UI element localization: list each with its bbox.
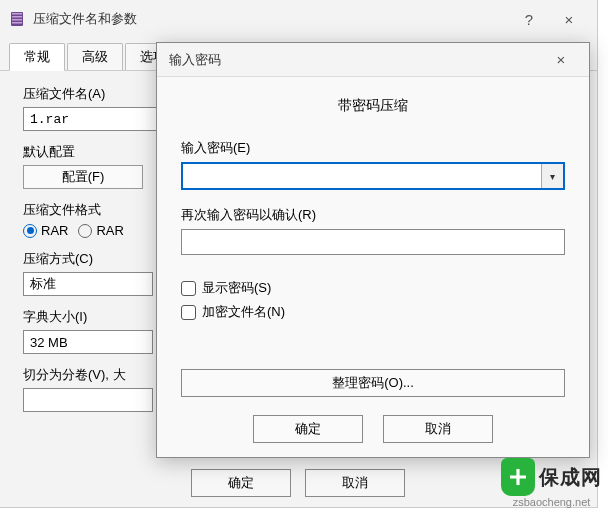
format-rar-label: RAR (41, 223, 68, 238)
help-button[interactable]: ? (509, 4, 549, 34)
format-rar4-label: RAR (96, 223, 123, 238)
checkbox-icon (181, 281, 196, 296)
app-icon (9, 11, 25, 27)
format-label: 压缩文件格式 (23, 202, 101, 217)
watermark-brand: 保成网 (539, 464, 602, 491)
close-button[interactable]: × (549, 4, 589, 34)
tab-general[interactable]: 常规 (9, 43, 65, 71)
modal-body: 带密码压缩 输入密码(E) ▾ 再次输入密码以确认(R) 显示密码(S) 加密文… (157, 77, 589, 407)
password-confirm-input[interactable] (181, 229, 565, 255)
split-input[interactable] (23, 388, 153, 412)
organize-passwords-button[interactable]: 整理密码(O)... (181, 369, 565, 397)
dict-value: 32 MB (30, 335, 68, 350)
encrypt-names-checkbox[interactable]: 加密文件名(N) (181, 303, 565, 321)
svg-rect-2 (12, 16, 22, 18)
chevron-down-icon[interactable]: ▾ (541, 164, 563, 188)
parent-cancel-button[interactable]: 取消 (305, 469, 405, 497)
svg-rect-4 (12, 22, 22, 24)
password-combobox[interactable]: ▾ (181, 162, 565, 190)
svg-rect-3 (12, 19, 22, 21)
watermark-domain: zsbaocheng.net (513, 496, 591, 508)
modal-header: 带密码压缩 (181, 97, 565, 115)
svg-rect-1 (12, 13, 22, 15)
radio-unchecked-icon (78, 224, 92, 238)
titlebar: 压缩文件名和参数 ? × (0, 0, 597, 39)
password-confirm-label: 再次输入密码以确认(R) (181, 206, 565, 224)
tab-advanced[interactable]: 高级 (67, 43, 123, 70)
encrypt-names-label: 加密文件名(N) (202, 303, 285, 321)
modal-titlebar: 输入密码 × (157, 43, 589, 77)
modal-footer: 确定 取消 (157, 415, 589, 443)
password-dialog: 输入密码 × 带密码压缩 输入密码(E) ▾ 再次输入密码以确认(R) 显示密码… (156, 42, 590, 458)
checkbox-icon (181, 305, 196, 320)
show-password-checkbox[interactable]: 显示密码(S) (181, 279, 565, 297)
show-password-label: 显示密码(S) (202, 279, 271, 297)
password-input[interactable] (183, 164, 541, 188)
modal-ok-button[interactable]: 确定 (253, 415, 363, 443)
dict-select[interactable]: 32 MB (23, 330, 153, 354)
shield-icon (501, 458, 535, 496)
modal-title: 输入密码 (169, 51, 541, 69)
radio-checked-icon (23, 224, 37, 238)
parent-ok-button[interactable]: 确定 (191, 469, 291, 497)
method-value: 标准 (30, 275, 56, 293)
modal-cancel-button[interactable]: 取消 (383, 415, 493, 443)
modal-close-button[interactable]: × (541, 45, 581, 75)
profile-button[interactable]: 配置(F) (23, 165, 143, 189)
password-label: 输入密码(E) (181, 139, 565, 157)
archive-name-input[interactable] (23, 107, 173, 131)
format-rar-radio[interactable]: RAR (23, 223, 68, 238)
format-rar4-radio[interactable]: RAR (78, 223, 123, 238)
window-title: 压缩文件名和参数 (33, 10, 509, 28)
watermark: 保成网 zsbaocheng.net (501, 458, 602, 508)
method-select[interactable]: 标准 (23, 272, 153, 296)
